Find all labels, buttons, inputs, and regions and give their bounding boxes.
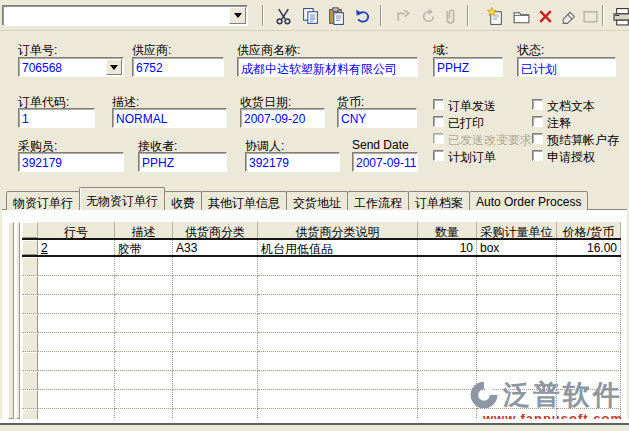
send-date-value: 2007-09-11 bbox=[356, 156, 417, 170]
refresh-icon bbox=[419, 7, 438, 26]
chevron-down-icon bbox=[234, 13, 242, 18]
cell-supplier-class-desc[interactable]: 机台用低值品 bbox=[258, 240, 418, 255]
col-header-supplier-class: 供货商分类 bbox=[173, 222, 258, 238]
currency-field[interactable]: CNY bbox=[337, 108, 417, 128]
table-row-empty bbox=[22, 276, 621, 295]
grid-header-row: 行号 描述 供货商分类 供货商分类说明 数量 采购计量单位 价格/货币 bbox=[22, 222, 621, 240]
empty-cell bbox=[258, 333, 418, 352]
tab-workflow[interactable]: 工作流程 bbox=[347, 191, 409, 210]
cut-button[interactable] bbox=[271, 4, 295, 28]
row-selector[interactable] bbox=[22, 240, 38, 255]
purchaser-field[interactable]: 392179 bbox=[18, 152, 124, 172]
empty-cell bbox=[173, 295, 258, 314]
send-date-label: Send Date bbox=[352, 138, 409, 152]
tab-other-order-info[interactable]: 其他订单信息 bbox=[201, 191, 287, 210]
receipt-date-value: 2007-09-20 bbox=[244, 112, 305, 126]
table-row-empty bbox=[22, 314, 621, 333]
cell-price-currency[interactable]: 16.00 bbox=[557, 240, 621, 255]
order-number-dropdown-button[interactable] bbox=[106, 59, 122, 75]
row-selector bbox=[22, 276, 38, 295]
refresh-button-disabled bbox=[416, 4, 440, 28]
copy-button[interactable] bbox=[298, 4, 322, 28]
combobox-dropdown-button[interactable] bbox=[229, 7, 246, 24]
empty-cell bbox=[115, 276, 173, 295]
printer-icon bbox=[612, 7, 629, 26]
open-button[interactable] bbox=[509, 4, 533, 28]
row-selector bbox=[22, 352, 38, 371]
pre-settlement-account-checkbox[interactable] bbox=[532, 133, 543, 144]
empty-cell bbox=[38, 295, 115, 314]
empty-cell bbox=[115, 352, 173, 371]
supplier-name-value: 成都中达软塑新材料有限公司 bbox=[241, 62, 397, 76]
currency-value: CNY bbox=[341, 112, 366, 126]
printed-checkbox[interactable] bbox=[433, 116, 444, 127]
empty-cell bbox=[477, 276, 557, 295]
cell-quantity[interactable]: 10 bbox=[418, 240, 477, 255]
empty-cell bbox=[258, 371, 418, 390]
new-button[interactable] bbox=[483, 4, 507, 28]
empty-cell bbox=[173, 390, 258, 409]
empty-cell bbox=[557, 352, 621, 371]
table-row[interactable]: 2 胶带 A33 机台用低值品 10 box 16.00 bbox=[22, 240, 621, 257]
tab-delivery-address[interactable]: 交货地址 bbox=[286, 191, 348, 210]
cell-line-no[interactable]: 2 bbox=[38, 240, 115, 255]
document-text-label: 文档文本 bbox=[547, 98, 595, 115]
eraser-button[interactable] bbox=[556, 4, 580, 28]
order-code-field[interactable]: 1 bbox=[18, 108, 95, 128]
grid-left-strip bbox=[16, 222, 20, 419]
send-date-field[interactable]: 2007-09-11 bbox=[352, 152, 418, 172]
coordinator-field[interactable]: 392179 bbox=[245, 152, 340, 172]
tab-non-material-order-lines[interactable]: 无物资订单行 bbox=[79, 187, 165, 210]
print-button[interactable] bbox=[611, 4, 629, 28]
undo-button[interactable] bbox=[350, 4, 374, 28]
row-selector bbox=[22, 314, 38, 333]
paste-button[interactable] bbox=[324, 4, 348, 28]
empty-cell bbox=[418, 257, 477, 276]
cell-purchase-unit[interactable]: box bbox=[477, 240, 557, 255]
bottom-edge-gray bbox=[0, 425, 629, 431]
row-selector bbox=[22, 390, 38, 409]
receiver-field[interactable]: PPHZ bbox=[138, 152, 227, 172]
workflow-icon bbox=[395, 7, 414, 26]
tab-auto-order-process[interactable]: Auto Order Process bbox=[469, 191, 588, 210]
document-text-checkbox[interactable] bbox=[532, 99, 543, 110]
empty-cell bbox=[477, 314, 557, 333]
empty-cell bbox=[38, 390, 115, 409]
empty-cell bbox=[557, 333, 621, 352]
empty-cell bbox=[173, 352, 258, 371]
fanpu-logo-icon bbox=[469, 380, 499, 410]
empty-cell bbox=[115, 333, 173, 352]
empty-cell bbox=[258, 295, 418, 314]
order-number-combobox[interactable]: 706568 bbox=[18, 57, 124, 77]
header-row-selector bbox=[22, 222, 38, 238]
order-code-value: 1 bbox=[22, 112, 29, 126]
printed-label: 已打印 bbox=[448, 115, 484, 132]
notes-checkbox[interactable] bbox=[532, 116, 543, 127]
receipt-date-field[interactable]: 2007-09-20 bbox=[240, 108, 325, 128]
tab-order-archive[interactable]: 订单档案 bbox=[408, 191, 470, 210]
domain-field[interactable]: PPHZ bbox=[433, 57, 503, 77]
order-sent-checkbox[interactable] bbox=[433, 99, 444, 110]
supplier-field[interactable]: 6752 bbox=[132, 57, 224, 77]
folder-icon bbox=[512, 7, 531, 26]
tab-charges[interactable]: 收费 bbox=[164, 191, 202, 210]
delete-button[interactable] bbox=[533, 4, 557, 28]
domain-value: PPHZ bbox=[437, 61, 469, 75]
toolbar-separator bbox=[602, 5, 604, 26]
cell-description[interactable]: 胶带 bbox=[115, 240, 173, 255]
toolbar-combobox[interactable] bbox=[2, 5, 248, 26]
request-authorization-label: 申请授权 bbox=[547, 149, 595, 166]
empty-cell bbox=[38, 371, 115, 390]
new-document-icon bbox=[486, 7, 505, 26]
empty-cell bbox=[557, 314, 621, 333]
empty-cell bbox=[173, 371, 258, 390]
description-field[interactable]: NORMAL bbox=[112, 108, 227, 128]
planned-order-checkbox[interactable] bbox=[433, 150, 444, 161]
cell-supplier-class[interactable]: A33 bbox=[173, 240, 258, 255]
request-authorization-checkbox[interactable] bbox=[532, 150, 543, 161]
undo-arrow-icon bbox=[353, 7, 372, 26]
supplier-name-field[interactable]: 成都中达软塑新材料有限公司 bbox=[237, 57, 418, 77]
tab-material-order-lines[interactable]: 物资订单行 bbox=[6, 191, 80, 210]
empty-cell bbox=[38, 314, 115, 333]
status-field[interactable]: 已计划 bbox=[517, 57, 616, 77]
